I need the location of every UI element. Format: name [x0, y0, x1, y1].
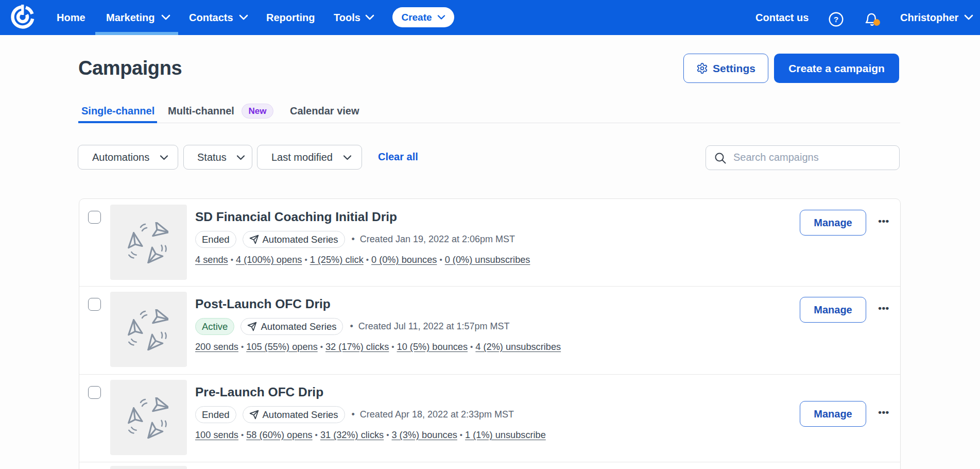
svg-text:?: ? — [834, 15, 838, 24]
